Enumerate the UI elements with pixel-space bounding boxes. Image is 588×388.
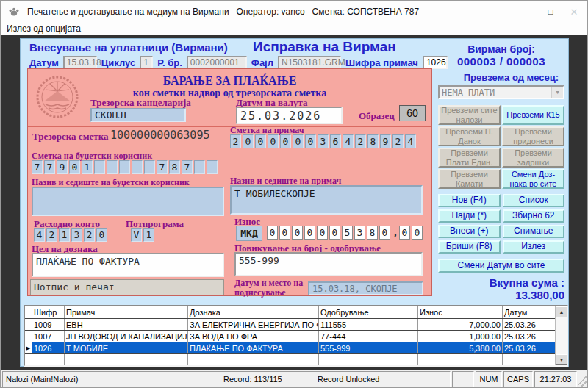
- action-button-grid: Нов (F4) Список Најди (*) Збирно 62 Внес…: [438, 194, 564, 254]
- total-sum-value: 13.380,00: [438, 289, 564, 301]
- window-title: Печатење и доставување на медиум на Вирм…: [27, 7, 229, 17]
- rbr-label: Р. бр.: [157, 57, 182, 68]
- treasury-account-label: Трезорска сметка: [32, 131, 108, 143]
- submission-field: 15.03.18, СКОПЈЕ: [308, 281, 423, 295]
- header-amount: Износ: [418, 306, 503, 318]
- header-approval: Одобрување: [319, 306, 418, 318]
- selector-header: [25, 306, 32, 318]
- button-exit[interactable]: Излез: [503, 240, 565, 254]
- datum-field: 15.03.18: [63, 56, 97, 69]
- obrazec-value: 60: [399, 105, 426, 121]
- rbr-field: 0002000001: [187, 56, 247, 69]
- status-bar: Nalozi (Main!Nalozi) Record: 113/115 Rec…: [1, 370, 588, 388]
- status-num-indicator: NUM: [476, 371, 502, 387]
- sifra-primac-label: Шифра примач: [345, 57, 418, 68]
- total-sum-label: Вкупна сума :: [438, 276, 564, 289]
- payment-form: БАРАЊЕ ЗА ПЛАЌАЊЕ кон сметки надвор од т…: [27, 68, 432, 296]
- window-controls: — □ ✕: [515, 1, 586, 23]
- status-source: Nalozi (Main!Nalozi): [6, 375, 78, 384]
- header-fields: Датум 15.03.18 Циклус 1 Р. бр. 000200000…: [29, 56, 448, 69]
- take-from-month-label: Превзема од месец:: [438, 72, 564, 83]
- form-title: БАРАЊЕ ЗА ПЛАЌАЊЕ: [28, 74, 431, 87]
- button-summary-62[interactable]: Збирно 62: [503, 209, 565, 223]
- button-transfer-k15[interactable]: Превземи К15: [502, 105, 564, 125]
- budget-account-cells[interactable]: 77901787: [32, 160, 219, 174]
- button-transfer-retentions: Превземи задршки: [502, 148, 564, 168]
- maximize-icon[interactable]: □: [539, 1, 562, 23]
- header-purpose: Дознака: [188, 306, 319, 318]
- vertical-scrollbar[interactable]: ▲ ▼: [555, 306, 567, 365]
- reference-field[interactable]: 555-999: [234, 252, 423, 276]
- header-date: Датум: [503, 306, 555, 318]
- scroll-up-icon[interactable]: ▲: [556, 306, 567, 317]
- ciklus-field: 1: [140, 56, 153, 69]
- currency-label: МКД: [236, 226, 262, 241]
- amount-cells[interactable]: 0000005380,00: [267, 226, 424, 240]
- table-header-row: Шифр Примач Дознака Одобрување Износ Дат…: [25, 306, 567, 319]
- header-receiver: Примач: [65, 306, 188, 318]
- month-dropdown[interactable]: НЕМА ПЛАТИ ▼: [438, 85, 564, 99]
- payments-table: Шифр Примач Дознака Одобрување Износ Дат…: [24, 305, 568, 367]
- status-caps-indicator: CAPS: [503, 371, 533, 387]
- virman-number-value: 000003 / 000003: [438, 55, 564, 68]
- form-subtitle: кон сметки надвор од трезорската сметка: [28, 87, 431, 99]
- button-delete-f8[interactable]: Бриши (F8): [438, 240, 501, 254]
- status-main-section: Nalozi (Main!Nalozi) Record: 113/115 Rec…: [2, 371, 451, 387]
- purpose-field[interactable]: ПЛАЌАЊЕ ПО ФАКТУРА: [32, 253, 224, 277]
- account-label: Сметка: СОПСТВЕНА 787: [312, 7, 420, 17]
- page-title-right: Исправка на Вирман: [253, 39, 396, 55]
- button-transfer-interest: Превземи Камати: [438, 169, 501, 189]
- button-change-reference-all[interactable]: Смени Доз-нака во сите: [502, 169, 564, 189]
- table-row-selected[interactable]: ▶ 1026 Т МОБИЛЕ ПЛАЌАЊЕ ПО ФАКТУРА 555-9…: [25, 342, 567, 354]
- button-find[interactable]: Најди (*): [438, 209, 501, 223]
- chevron-down-icon[interactable]: ▼: [551, 87, 563, 98]
- ciklus-label: Циклус: [101, 57, 135, 68]
- button-save[interactable]: Снимање: [503, 225, 565, 238]
- page-title-left: Внесување на уплатници (Вирмани): [29, 41, 228, 54]
- button-new-f4[interactable]: Нов (F4): [438, 194, 501, 207]
- button-transfer-contributions: Превземи придонеси: [502, 126, 564, 146]
- button-list[interactable]: Список: [503, 194, 565, 207]
- close-icon[interactable]: ✕: [562, 1, 586, 23]
- fajl-label: Фајл: [251, 57, 273, 68]
- app-icon: [8, 6, 20, 18]
- budget-name-field[interactable]: [32, 187, 224, 216]
- signature-box: Потпис и печат: [30, 279, 224, 295]
- status-clock: 21:27:03: [534, 371, 577, 387]
- button-transfer-salaries: Превземи Плати Един.: [438, 148, 501, 168]
- status-record-counter: Record: 113/115: [223, 375, 282, 384]
- treasury-office-field[interactable]: СКОПЈЕ: [90, 108, 186, 122]
- resize-grip[interactable]: [578, 371, 587, 387]
- treasury-office-label: Трезорска канцеларија: [90, 97, 191, 109]
- receiver-account-cells[interactable]: 200000036428924: [230, 134, 417, 148]
- title-bar: Печатење и доставување на медиум на Вирм…: [1, 1, 588, 23]
- table-row[interactable]: 1009 ЕВН ЗА ЕЛЕКТРИЧНА ЕНЕРГИЈА ПО Ф 111…: [25, 319, 567, 331]
- status-empty-box: [452, 371, 474, 387]
- app-window: { "window": { "title": "Печатење и доста…: [0, 0, 588, 388]
- treasury-account-value: 100000000063095: [110, 129, 209, 142]
- button-insert[interactable]: Внеси (+): [438, 225, 501, 238]
- operator-label: Оператор: vanco: [237, 7, 305, 17]
- obrazec-label: Образец: [359, 110, 395, 122]
- menu-item-exit[interactable]: Излез од опцијата: [7, 24, 81, 34]
- value-date-field[interactable]: 25.03.2026: [236, 107, 343, 124]
- scroll-down-icon[interactable]: ▼: [556, 354, 567, 365]
- virman-number-label: Вирман број:: [438, 43, 564, 55]
- content-panel: Внесување на уплатници (Вирмани) Исправк…: [20, 38, 569, 367]
- row-marker-icon: ▶: [25, 342, 32, 353]
- datum-label: Датум: [29, 57, 59, 68]
- main-area: Внесување на уплатници (Вирмани) Исправк…: [1, 35, 588, 370]
- right-panel: Вирман број: 000003 / 000003 Превзема од…: [438, 43, 564, 316]
- menu-bar: Излез од опцијата: [1, 23, 588, 35]
- header-code: Шифр: [32, 306, 65, 318]
- submission-label: Датум и место на поднесување: [234, 279, 305, 298]
- status-lock-state: Record Unlocked: [318, 375, 379, 384]
- subprogram-cells[interactable]: V1: [131, 228, 156, 242]
- table-row[interactable]: 1007 ЈП ВОДОВОД И КАНАЛИЗАЦИЈА ЗА ВОДА П…: [25, 331, 567, 342]
- konto-cells[interactable]: 421320: [34, 228, 109, 242]
- month-dropdown-value: НЕМА ПЛАТИ: [442, 87, 495, 98]
- minimize-icon[interactable]: —: [515, 1, 539, 23]
- receiver-name-field[interactable]: Т МОБИЛЕСКОПЈЕ: [230, 185, 423, 215]
- button-change-date-all[interactable]: Смени Датум во сите: [438, 259, 564, 273]
- transfer-button-grid: Превземи сите налози Превземи К15 Превзе…: [438, 105, 564, 189]
